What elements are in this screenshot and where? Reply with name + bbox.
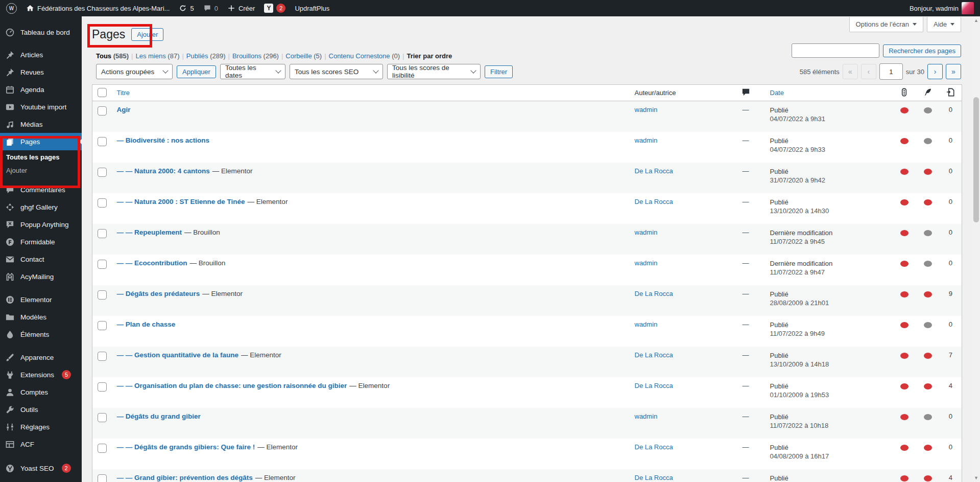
scrollbar[interactable]: ▲ ▼ (972, 16, 980, 482)
sidebar-item-apparence[interactable]: Apparence (0, 349, 82, 366)
row-checkbox[interactable] (98, 168, 107, 177)
sort-by-title[interactable]: Titre (117, 89, 130, 97)
view-trier-par-ordre[interactable]: Trier par ordre (407, 52, 452, 60)
account-menu[interactable]: Bonjour, wadmin (910, 2, 974, 14)
add-page-button[interactable]: Ajouter (131, 28, 163, 41)
sidebar-item-formidable[interactable]: Formidable (0, 233, 82, 250)
sidebar-item-popup-anything[interactable]: Popup Anything (0, 216, 82, 233)
row-checkbox[interactable] (98, 290, 107, 300)
author-link[interactable]: wadmin (635, 136, 658, 144)
sort-by-date[interactable]: Date (770, 89, 784, 97)
comments-indicator[interactable]: 0 (203, 4, 218, 12)
author-link[interactable]: De La Rocca (635, 198, 673, 205)
page-title-link[interactable]: — — Organisation du plan de chasse: une … (117, 382, 347, 389)
previous-page-button[interactable]: ‹ (861, 64, 876, 79)
search-input[interactable] (792, 43, 879, 58)
author-link[interactable]: wadmin (635, 412, 658, 420)
sidebar-item-dashboard[interactable]: Tableau de bord (0, 24, 82, 41)
row-checkbox[interactable] (98, 413, 107, 422)
author-link[interactable]: wadmin (635, 259, 658, 267)
author-link[interactable]: De La Rocca (635, 290, 673, 297)
page-title-link[interactable]: — — Natura 2000: 4 cantons (117, 167, 210, 175)
sidebar-item-elementor[interactable]: Elementor (0, 291, 82, 308)
author-link[interactable]: De La Rocca (635, 167, 673, 175)
view-les-miens[interactable]: Les miens (87) (135, 52, 179, 60)
sidebar-item-acf[interactable]: ACF (0, 435, 82, 453)
help-button[interactable]: Aide (927, 17, 961, 32)
sidebar-item-reglages[interactable]: Réglages (0, 418, 82, 435)
seo-filter-select[interactable]: Tous les scores SEO (290, 64, 383, 79)
page-title-link[interactable]: — Plan de chasse (117, 320, 176, 328)
filter-button[interactable]: Filtrer (485, 65, 513, 78)
row-checkbox[interactable] (98, 260, 107, 269)
row-checkbox[interactable] (98, 106, 107, 116)
sidebar-item-extensions[interactable]: Extensions 5 (0, 366, 82, 383)
search-pages-button[interactable]: Rechercher des pages (883, 44, 961, 57)
view-corbeille[interactable]: Corbeille (5) (285, 52, 322, 60)
current-page-input[interactable]: 1 (879, 63, 903, 80)
page-title-link[interactable]: — — Grand gibier: prévention des dégâts (117, 474, 253, 481)
row-checkbox[interactable] (98, 382, 107, 392)
scroll-down-arrow[interactable]: ▼ (972, 474, 980, 482)
first-page-button[interactable]: « (843, 64, 858, 79)
next-page-button[interactable]: › (927, 64, 943, 79)
sidebar-item-outils[interactable]: Outils (0, 401, 82, 418)
page-title-link[interactable]: — — Natura 2000 : ST Etienne de Tinée (117, 198, 245, 205)
yoast-admin-bar-item[interactable]: Y 2 (264, 4, 285, 13)
sidebar-item-medias[interactable]: Médias (0, 116, 82, 133)
sidebar-item-acymailing[interactable]: AcyMailing (0, 268, 82, 285)
view-contenu-cornestone[interactable]: Contenu Cornestone (0) (329, 52, 400, 60)
page-title-link[interactable]: — Dégâts du grand gibier (117, 412, 201, 420)
sidebar-item-agenda[interactable]: Agenda (0, 81, 82, 98)
author-link[interactable]: wadmin (635, 228, 658, 236)
view-tous[interactable]: Tous (585) (96, 52, 129, 60)
author-link[interactable]: wadmin (635, 106, 658, 113)
row-checkbox[interactable] (98, 229, 107, 238)
sidebar-item-comptes[interactable]: Comptes (0, 383, 82, 401)
page-title-link[interactable]: — — Repeuplement (117, 228, 182, 236)
author-link[interactable]: De La Rocca (635, 351, 673, 359)
last-page-button[interactable]: » (946, 64, 961, 79)
updates-indicator[interactable]: 5 (179, 4, 194, 12)
scrollbar-thumb[interactable] (973, 97, 979, 222)
wordpress-logo-icon[interactable]: W (6, 3, 17, 14)
sidebar-item-modeles[interactable]: Modèles (0, 308, 82, 326)
sidebar-item-youtube-import[interactable]: Youtube import (0, 98, 82, 116)
bulk-actions-select[interactable]: Actions groupées (96, 64, 173, 79)
page-title-link[interactable]: — — Ecocontribution (117, 259, 187, 267)
row-checkbox[interactable] (98, 444, 107, 453)
sidebar-item-revues[interactable]: Revues (0, 63, 82, 81)
row-checkbox[interactable] (98, 474, 107, 482)
sidebar-item-pages[interactable]: Pages (0, 133, 82, 150)
author-link[interactable]: De La Rocca (635, 474, 673, 481)
screen-options-button[interactable]: Options de l'écran (849, 17, 923, 32)
row-checkbox[interactable] (98, 198, 107, 208)
sidebar-subitem-toutes-les-pages[interactable]: Toutes les pages (0, 150, 82, 164)
page-title-link[interactable]: Agir (117, 106, 131, 113)
site-name-link[interactable]: Fédérations des Chasseurs des Alpes-Mari… (26, 4, 170, 12)
apply-button[interactable]: Appliquer (177, 65, 216, 78)
dates-filter-select[interactable]: Toutes les dates (220, 64, 285, 79)
sidebar-item-contact[interactable]: Contact (0, 250, 82, 268)
new-content-button[interactable]: Créer (227, 4, 255, 12)
page-title-link[interactable]: — — Gestion quantitative de la faune (117, 351, 239, 359)
sidebar-item-commentaires[interactable]: Commentaires (0, 181, 82, 198)
view-brouillons[interactable]: Brouillons (296) (232, 52, 279, 60)
updraftplus-menu-item[interactable]: UpdraftPlus (295, 5, 329, 12)
row-checkbox[interactable] (98, 137, 107, 146)
page-title-link[interactable]: — Biodiversité : nos actions (117, 136, 210, 144)
row-checkbox[interactable] (98, 321, 107, 330)
sidebar-item-articles[interactable]: Articles (0, 46, 82, 63)
author-link[interactable]: De La Rocca (635, 443, 673, 451)
scroll-up-arrow[interactable]: ▲ (972, 16, 980, 25)
readability-filter-select[interactable]: Tous les scores de lisibilité (387, 64, 481, 79)
row-checkbox[interactable] (98, 352, 107, 361)
page-title-link[interactable]: — — Dégâts de grands gibiers: Que faire … (117, 443, 255, 451)
author-link[interactable]: De La Rocca (635, 382, 673, 389)
sidebar-subitem-ajouter[interactable]: Ajouter (0, 164, 82, 177)
view-publies[interactable]: Publiés (289) (186, 52, 226, 60)
author-link[interactable]: wadmin (635, 320, 658, 328)
sidebar-item-elements[interactable]: Éléments (0, 326, 82, 343)
sidebar-item-yoast-seo[interactable]: Yoast SEO 2 (0, 460, 82, 477)
sidebar-item-ghgf-gallery[interactable]: ghgf Gallery (0, 198, 82, 216)
